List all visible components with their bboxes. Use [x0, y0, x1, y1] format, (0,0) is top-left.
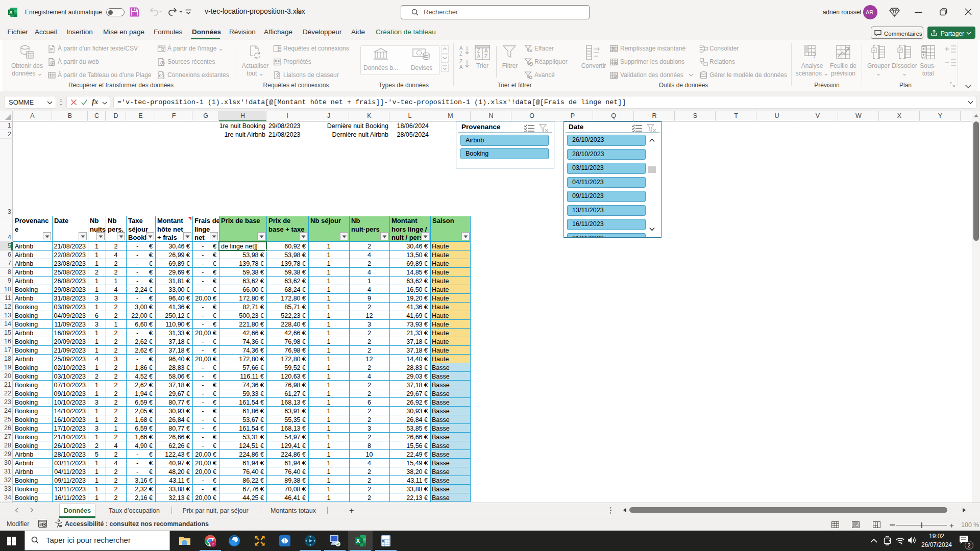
svg-text:r: r — [212, 542, 214, 546]
svg-text:A: A — [459, 45, 463, 51]
svg-text:X: X — [9, 10, 12, 15]
svg-text:Z: Z — [484, 54, 487, 59]
svg-text:Z: Z — [477, 48, 480, 54]
svg-text:A: A — [484, 48, 488, 54]
svg-text:?: ? — [813, 51, 816, 60]
svg-text:A: A — [477, 54, 481, 59]
svg-text:Z: Z — [459, 51, 462, 57]
svg-text:X: X — [356, 538, 360, 544]
